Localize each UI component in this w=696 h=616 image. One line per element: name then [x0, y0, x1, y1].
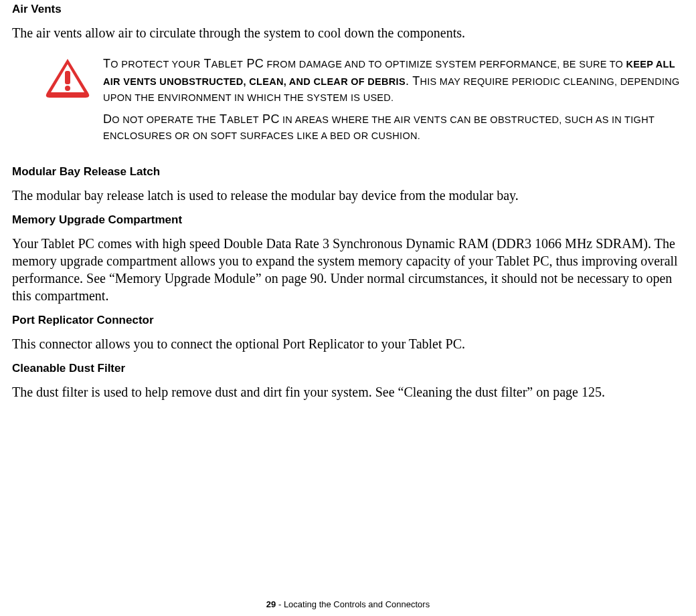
warning-p1-seg1: O PROTECT YOUR	[110, 59, 200, 70]
warning-p1-cap4: . T	[406, 74, 420, 88]
port-replicator-body: This connector allows you to connect the…	[12, 335, 684, 352]
dust-filter-heading: Cleanable Dust Filter	[12, 362, 684, 375]
warning-p1-seg3: FROM DAMAGE AND TO OPTIMIZE SYSTEM PERFO…	[264, 59, 623, 70]
svg-rect-0	[65, 71, 70, 84]
modular-bay-heading: Modular Bay Release Latch	[12, 165, 684, 179]
warning-p1-seg2: ABLET	[211, 59, 243, 70]
warning-p2-cap2: T	[216, 112, 227, 126]
warning-block: TO PROTECT YOUR TABLET PC FROM DAMAGE AN…	[44, 55, 684, 149]
warning-text: TO PROTECT YOUR TABLET PC FROM DAMAGE AN…	[103, 55, 684, 149]
warning-icon	[44, 58, 91, 102]
warning-p2-seg2: ABLET	[227, 114, 258, 125]
memory-upgrade-body: Your Tablet PC comes with high speed Dou…	[12, 235, 684, 304]
warning-p2-cap1: D	[103, 112, 112, 126]
port-replicator-heading: Port Replicator Connector	[12, 314, 684, 327]
warning-p1-cap1: T	[103, 57, 110, 70]
page-footer: 29 - Locating the Controls and Connector…	[0, 599, 696, 609]
warning-p1-cap3: PC	[243, 57, 264, 70]
warning-p2-seg1: O NOT OPERATE THE	[112, 114, 216, 125]
footer-title: Locating the Controls and Connectors	[284, 599, 430, 609]
warning-p2-cap3: PC	[259, 112, 280, 126]
memory-upgrade-heading: Memory Upgrade Compartment	[12, 213, 684, 227]
dust-filter-body: The dust filter is used to help remove d…	[12, 383, 684, 401]
svg-point-1	[65, 86, 70, 91]
footer-separator: -	[276, 599, 284, 609]
modular-bay-body: The modular bay release latch is used to…	[12, 187, 684, 204]
air-vents-heading: Air Vents	[12, 3, 684, 16]
air-vents-body: The air vents allow air to circulate thr…	[12, 24, 684, 41]
page-number: 29	[266, 599, 276, 609]
warning-p1-cap2: T	[200, 57, 211, 70]
